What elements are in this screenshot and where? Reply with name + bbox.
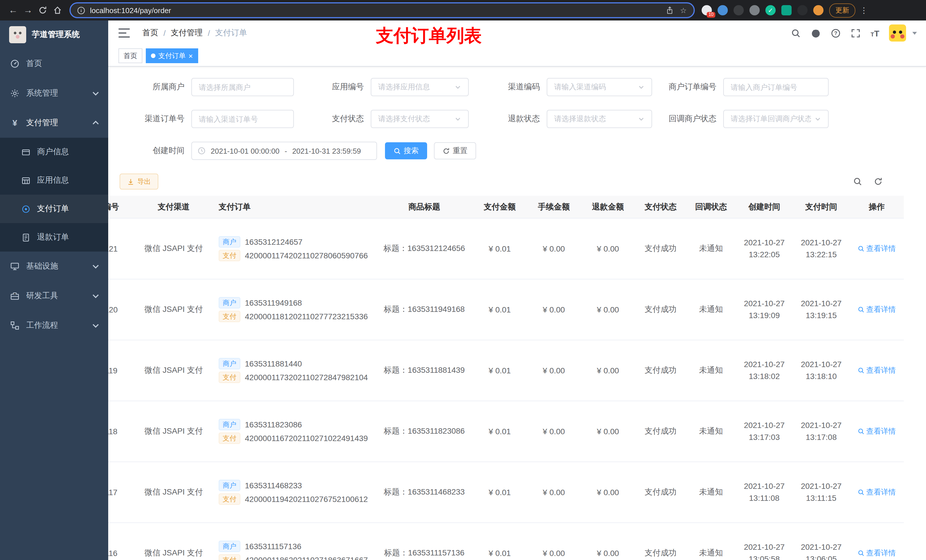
extension-icon[interactable]: 10 (702, 5, 712, 15)
refresh-table-icon[interactable] (874, 177, 883, 186)
page-content: 所属商户 应用编号 请选择应用信息 渠道编码 请输入渠道编码 (108, 66, 926, 560)
merchant-tag: 商户 (219, 480, 240, 491)
search-toggle-icon[interactable] (853, 177, 862, 186)
view-detail-label: 查看详情 (866, 244, 896, 254)
browser-menu-icon[interactable]: ⋮ (860, 6, 868, 15)
hamburger-icon[interactable] (118, 29, 130, 38)
merchant-order-no: 1635311949168 (245, 298, 302, 307)
sidebar-item-system[interactable]: 系统管理 (0, 78, 108, 108)
github-icon[interactable] (811, 28, 821, 38)
merchant-tag: 商户 (219, 419, 240, 430)
column-header: 支付订单 (211, 202, 376, 212)
reset-button[interactable]: 重置 (434, 142, 476, 159)
home-icon[interactable] (50, 3, 65, 18)
merchant-tag: 商户 (219, 236, 240, 248)
help-icon[interactable]: ? (831, 28, 841, 38)
pay-status: 支付成功 (635, 426, 686, 436)
search-button[interactable]: 搜索 (385, 142, 427, 159)
filter-channel-order-no: 渠道订单号 (140, 110, 294, 128)
view-detail-link[interactable]: 查看详情 (858, 365, 896, 376)
channel-code-select[interactable]: 请输入渠道编码 (547, 78, 652, 96)
avatar-caret-icon[interactable] (912, 32, 917, 35)
filter-label: 回调商户状态 (666, 114, 723, 124)
sidebar-item-label: 商户信息 (37, 147, 69, 157)
merchant-order-no-input[interactable] (723, 78, 829, 96)
site-info-icon[interactable] (76, 6, 85, 15)
tab-pay-order[interactable]: 支付订单 × (146, 48, 198, 63)
table-row: 119 微信 JSAPI 支付 商户 1635311881440 支付 4200… (108, 340, 904, 401)
merchant-input[interactable] (191, 78, 294, 96)
share-icon[interactable] (665, 6, 674, 15)
sidebar-item-workflow[interactable]: 工作流程 (0, 311, 108, 340)
refund-status-select[interactable]: 请选择退款状态 (547, 110, 652, 128)
extension-icon[interactable] (717, 5, 728, 15)
magnifier-icon (858, 489, 864, 496)
sidebar-item-pay-order[interactable]: 支付订单 (0, 195, 108, 223)
breadcrumb-home[interactable]: 首页 (142, 28, 158, 38)
view-detail-link[interactable]: 查看详情 (858, 305, 896, 315)
forward-icon[interactable]: → (21, 3, 35, 18)
orders-table: 编号 支付渠道 支付订单 商品标题 支付金额 手续金额 退款金额 支付状态 回调… (108, 196, 926, 560)
chevron-down-icon (91, 262, 100, 271)
magnifier-icon (858, 245, 864, 252)
extension-icon[interactable] (734, 5, 744, 15)
create-time: 2021-10-2713:22:05 (736, 237, 793, 261)
sidebar-item-payment[interactable]: ¥ 支付管理 (0, 108, 108, 138)
magnifier-icon (858, 306, 864, 313)
tab-label: 支付订单 (158, 51, 186, 60)
tab-home[interactable]: 首页 (118, 48, 142, 63)
notify-status: 未通知 (686, 244, 736, 254)
browser-profile-avatar[interactable] (813, 5, 823, 15)
export-button[interactable]: 导出 (120, 174, 158, 190)
table-row: 121 微信 JSAPI 支付 商户 1635312124657 支付 4200… (108, 219, 904, 279)
view-detail-link[interactable]: 查看详情 (858, 487, 896, 497)
create-time: 2021-10-2713:19:09 (736, 297, 793, 322)
pay-time: 2021-10-2713:11:15 (793, 480, 850, 504)
pay-order-no: 4200001194202110276752100612 (245, 495, 368, 504)
pay-order-no: 4200001167202110271022491439 (245, 434, 368, 443)
notify-status-select[interactable]: 请选择订单回调商户状态 (723, 110, 829, 128)
view-detail-link[interactable]: 查看详情 (858, 548, 896, 558)
close-icon[interactable]: × (189, 52, 193, 59)
back-icon[interactable]: ← (6, 3, 21, 18)
tab-label: 首页 (124, 51, 137, 60)
browser-update-button[interactable]: 更新 (829, 3, 855, 17)
sidebar-item-infra[interactable]: 基础设施 (0, 252, 108, 281)
pay-status-select[interactable]: 请选择支付状态 (371, 110, 469, 128)
search-icon[interactable] (791, 28, 801, 38)
tags-view-bar: 首页 支付订单 × (108, 45, 926, 66)
view-detail-link[interactable]: 查看详情 (858, 426, 896, 436)
view-detail-link[interactable]: 查看详情 (858, 244, 896, 254)
extension-icon[interactable] (781, 5, 791, 15)
pay-order-cell: 商户 1635311949168 支付 42000011812021102777… (211, 295, 376, 325)
extension-icon[interactable] (749, 5, 760, 15)
chevron-up-icon (91, 118, 100, 127)
date-range-picker[interactable]: 2021-10-01 00:00:00 - 2021-10-31 23:59:5… (191, 142, 377, 160)
font-size-icon[interactable]: TT (870, 28, 879, 38)
grid-table-icon (22, 176, 30, 185)
sidebar-item-app-info[interactable]: 应用信息 (0, 166, 108, 195)
sidebar-item-home[interactable]: 首页 (0, 49, 108, 78)
pay-tag: 支付 (219, 311, 240, 322)
filter-channel-code: 渠道编码 请输入渠道编码 (483, 78, 652, 96)
user-avatar[interactable] (889, 24, 906, 42)
sidebar-item-refund-order[interactable]: 退款订单 (0, 223, 108, 252)
sidebar-item-merchant-info[interactable]: 商户信息 (0, 138, 108, 166)
order-id: 120 (108, 305, 137, 314)
notify-status: 未通知 (686, 426, 736, 436)
channel-order-no-input[interactable] (191, 110, 294, 128)
extension-icon[interactable]: ✓ (766, 5, 776, 15)
puzzle-extensions-icon[interactable] (797, 5, 808, 15)
app-id-select[interactable]: 请选择应用信息 (371, 78, 469, 96)
fullscreen-icon[interactable] (850, 28, 861, 38)
pay-order-cell: 商户 1635311157136 支付 42000011862021102718… (211, 538, 376, 560)
pay-amount: ¥ 0.01 (473, 427, 527, 436)
address-bar[interactable]: localhost:1024/pay/order ☆ (70, 2, 695, 18)
bookmark-star-icon[interactable]: ☆ (679, 6, 688, 15)
column-header: 支付状态 (635, 202, 686, 212)
monitor-icon (10, 262, 20, 271)
breadcrumb-payment[interactable]: 支付管理 (171, 28, 203, 38)
reload-icon[interactable] (35, 3, 50, 18)
document-icon (22, 233, 30, 242)
sidebar-item-devtools[interactable]: 研发工具 (0, 281, 108, 311)
